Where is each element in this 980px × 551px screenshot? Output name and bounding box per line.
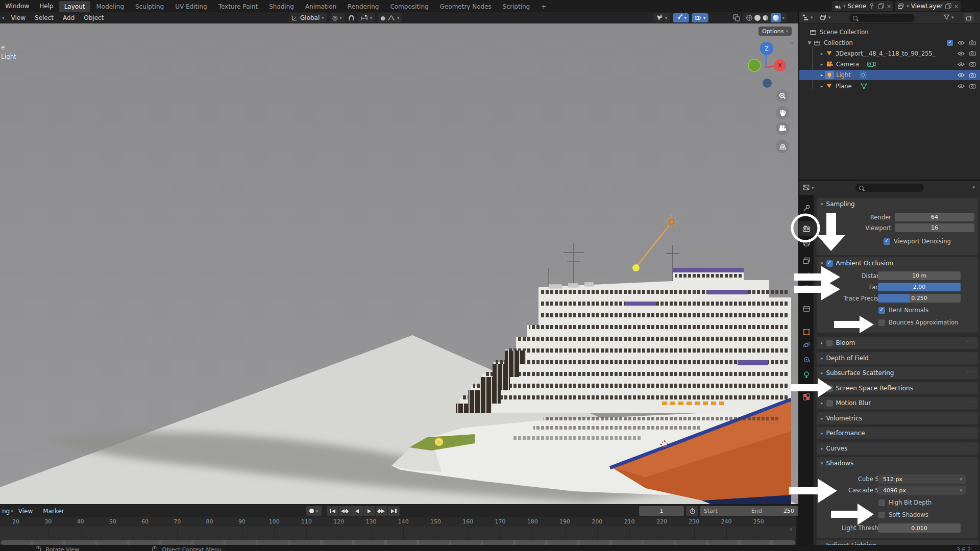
ao-trace-precision-slider[interactable]: 0.250 (878, 294, 961, 303)
pan-hand-button[interactable] (776, 106, 789, 119)
gizmos-toggle[interactable]: ▾ (673, 13, 690, 22)
tab-compositing[interactable]: Compositing (384, 1, 434, 12)
toggle-ortho-grid-button[interactable] (776, 140, 789, 153)
hide-eye-icon[interactable] (958, 40, 965, 45)
camera-view-button[interactable] (776, 122, 789, 135)
menu-view[interactable]: View (7, 12, 30, 23)
tab-geometry-nodes[interactable]: Geometry Nodes (434, 1, 497, 12)
next-keyframe-button[interactable] (376, 506, 387, 516)
viewport-3d[interactable]: e Light Options▾ ‹ Z X (0, 23, 799, 504)
tab-shading[interactable]: Shading (263, 1, 300, 12)
viewport-denoising-row[interactable]: Viewport Denoising (884, 238, 951, 245)
tab-world-icon[interactable] (802, 285, 811, 293)
section-title[interactable]: Performance (826, 430, 865, 437)
zoom-button[interactable] (776, 89, 789, 103)
panel-grip[interactable]: ···· (967, 460, 974, 465)
menu-help[interactable]: Help (34, 0, 58, 12)
tab-modeling[interactable]: Modeling (90, 1, 130, 12)
snap-magnet-icon[interactable] (348, 14, 355, 22)
ambient-occlusion-checkbox[interactable] (826, 260, 833, 267)
section-title[interactable]: Shadows (826, 460, 854, 467)
tab-render-icon[interactable] (802, 224, 811, 233)
play-button[interactable] (363, 506, 375, 516)
new-view-layer-icon[interactable] (945, 3, 952, 10)
remove-view-layer-icon[interactable]: × (954, 3, 959, 10)
section-checkbox[interactable] (826, 400, 833, 407)
timeline-menu-marker[interactable]: Marker (38, 505, 69, 517)
outliner-row-collection[interactable]: ▼ Collection (799, 38, 980, 47)
high-bit-depth-checkbox[interactable] (878, 499, 885, 506)
section-depth-of-field[interactable]: ▸Depth of Field···· (817, 352, 978, 364)
disable-render-camera-icon[interactable] (969, 72, 976, 78)
play-reverse-button[interactable] (351, 506, 363, 516)
properties-options-chevron[interactable]: ▾ (972, 185, 975, 190)
disclosure-triangle[interactable]: ▸ (819, 84, 825, 89)
tab-texture-paint[interactable]: Texture Paint (213, 1, 263, 12)
auto-keying-button[interactable]: ▾ (306, 506, 322, 516)
section-volumetrics[interactable]: ▸Volumetrics···· (817, 412, 978, 424)
tab-particles-icon[interactable] (802, 341, 811, 349)
tab-output-icon[interactable] (802, 239, 811, 247)
disable-render-camera-icon[interactable] (969, 61, 976, 67)
viewport-options-button[interactable]: Options▾ (758, 27, 792, 36)
shading-rendered-icon[interactable] (771, 13, 781, 22)
tab-object-data-icon[interactable] (802, 371, 811, 379)
disclosure-triangle[interactable]: ▸ (819, 62, 825, 67)
prev-keyframe-button[interactable] (339, 506, 351, 516)
editor-type-chevron[interactable]: ▾ (0, 15, 7, 20)
menu-object[interactable]: Object (79, 12, 108, 23)
section-motion-blur[interactable]: ▸Motion Blur···· (817, 397, 978, 409)
tab-view-layer-icon[interactable] (802, 257, 811, 265)
outliner-row-plane[interactable]: ▸ Plane (799, 81, 980, 91)
snap-settings-dropdown[interactable]: ▾ (358, 13, 375, 22)
shading-material-icon[interactable] (762, 14, 769, 21)
transform-orientation-dropdown[interactable]: Global ▾ (289, 13, 327, 22)
soft-shadows-row[interactable]: Soft Shadows (878, 511, 928, 518)
start-frame-field[interactable]: Start1 (700, 506, 754, 516)
tab-collection-icon[interactable] (802, 305, 811, 313)
shading-wireframe-icon[interactable] (746, 14, 753, 21)
bent-normals-row[interactable]: Bent Normals (878, 307, 928, 314)
viewport-denoising-checkbox[interactable] (884, 238, 890, 245)
end-frame-field[interactable]: End250 (747, 506, 798, 516)
section-title[interactable]: Volumetrics (826, 415, 862, 422)
tab-texture-icon[interactable] (802, 393, 811, 401)
disclosure-triangle[interactable]: ▸ (819, 51, 825, 56)
menu-window[interactable]: Window (0, 0, 34, 12)
jump-to-start-button[interactable] (327, 506, 338, 516)
tab-tool-icon[interactable] (802, 204, 811, 212)
collection-checkbox[interactable] (947, 40, 953, 46)
tab-animation[interactable]: Animation (300, 1, 342, 12)
menu-select[interactable]: Select (30, 12, 58, 23)
section-subsurface-scattering[interactable]: ▸Subsurface Scattering···· (817, 367, 978, 379)
scene-selector[interactable]: ▾ Scene × (832, 1, 893, 11)
unlink-scene-icon[interactable]: × (887, 3, 891, 10)
collapse-chevron[interactable]: ▾ (821, 202, 823, 207)
horizontal-splitter[interactable] (799, 180, 980, 181)
pivot-point-dropdown[interactable]: ◎ ▾ (330, 13, 345, 22)
timeline-menu-view[interactable]: View (13, 505, 38, 517)
menu-add[interactable]: Add (58, 12, 79, 23)
section-bloom[interactable]: ▸Bloom···· (817, 337, 978, 349)
section-title[interactable]: Curves (826, 445, 848, 452)
section-checkbox[interactable] (826, 385, 833, 392)
new-collection-button[interactable] (964, 13, 974, 22)
disable-render-camera-icon[interactable] (969, 83, 976, 89)
proportional-editing-group[interactable]: ● ▾ (378, 13, 402, 22)
viewport-samples-field[interactable]: 16 (895, 223, 974, 232)
bent-normals-checkbox[interactable] (878, 307, 885, 314)
disable-render-camera-icon[interactable] (969, 51, 976, 56)
overlays-toggle[interactable]: ▾ (692, 13, 708, 22)
disclosure-triangle[interactable]: ▸ (819, 72, 825, 78)
tab-sculpting[interactable]: Sculpting (130, 1, 169, 12)
ao-distance-field[interactable]: 10 m (878, 271, 961, 280)
disable-render-camera-icon[interactable] (969, 40, 976, 45)
section-title[interactable]: Motion Blur (836, 399, 871, 407)
cube-size-dropdown[interactable]: 512 px▾ (878, 474, 966, 484)
outliner-row-camera[interactable]: ▸ Camera (799, 59, 980, 69)
panel-grip[interactable]: ···· (967, 260, 974, 265)
tab-object-icon[interactable] (802, 328, 811, 336)
tab-scripting[interactable]: Scripting (497, 1, 535, 12)
new-scene-icon[interactable] (877, 3, 885, 10)
properties-search-input[interactable] (855, 184, 924, 192)
